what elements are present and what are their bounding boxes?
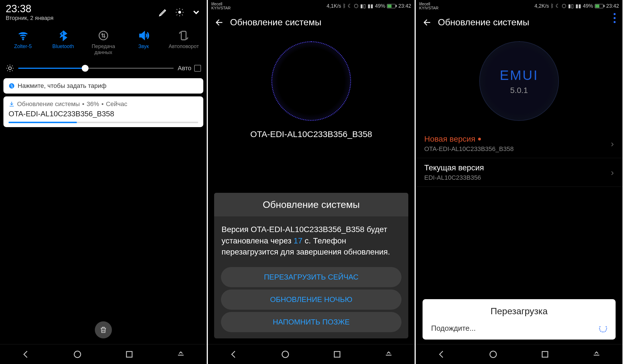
system-update-notification[interactable]: Обновление системы • 36% • Сейчас OTA-ED… [3, 96, 203, 127]
nav-bar [416, 344, 622, 364]
tariff-notice-card[interactable]: ⇅ Нажмите, чтобы задать тариф [3, 78, 203, 94]
emui-brand: EMUI [500, 67, 538, 83]
home-button[interactable] [280, 349, 290, 359]
emui-logo-ring: EMUI 5.0.1 [479, 41, 559, 121]
auto-brightness-toggle[interactable]: Авто [178, 65, 201, 72]
bluetooth-icon: ᛒ [551, 3, 554, 9]
signal-icon: ▮▯ [568, 3, 574, 9]
qs-label: Передача данных [83, 44, 123, 55]
qs-bluetooth[interactable]: Bluetooth [43, 30, 83, 55]
recents-button[interactable] [332, 349, 342, 359]
svg-point-2 [99, 31, 108, 40]
qs-sound[interactable]: Звук [124, 30, 163, 55]
qs-label: Zolter-5 [14, 44, 32, 49]
qs-wifi[interactable]: Zolter-5 [3, 30, 43, 55]
quick-settings-row: Zolter-5 Bluetooth Передача данных Звук … [0, 24, 207, 61]
home-button[interactable] [73, 349, 82, 359]
signal-icon: ▮▮ [368, 3, 373, 9]
svg-point-4 [9, 67, 11, 70]
new-version-row[interactable]: Новая версия OTA-EDI-AL10C233B356_B358 › [416, 129, 622, 158]
update-night-button[interactable]: ОБНОВЛЕНИЕ НОЧЬЮ [221, 289, 401, 310]
reboot-toast: Перезагрузка Подождите... [423, 299, 616, 340]
chevron-down-icon[interactable] [191, 7, 201, 17]
current-version-row[interactable]: Текущая версия EDI-AL10C233B356 › [416, 158, 622, 187]
qs-label: Звук [138, 44, 149, 49]
trash-icon [99, 326, 107, 334]
reboot-now-button[interactable]: ПЕРЕЗАГРУЗИТЬ СЕЙЧАС [221, 267, 401, 287]
battery-icon [387, 4, 397, 8]
emui-version: 5.0.1 [510, 86, 528, 95]
nav-bar [0, 344, 207, 364]
ota-version-line: OTA-EDI-AL10C233B356_B358 [208, 129, 415, 139]
back-arrow-icon[interactable] [215, 18, 224, 27]
qs-data[interactable]: Передача данных [83, 30, 123, 55]
notification-body: OTA-EDI-AL10C233B356_B358 [9, 109, 198, 118]
wifi-icon: ⬡ [354, 3, 358, 9]
nav-bar [208, 344, 415, 364]
svg-point-9 [282, 351, 289, 357]
svg-rect-10 [334, 351, 340, 357]
title-bar: Обновление системы [416, 12, 622, 33]
hide-nav-button[interactable] [592, 349, 601, 359]
brightness-slider-row: Авто [0, 61, 207, 75]
hide-nav-button[interactable] [384, 349, 394, 359]
back-button[interactable] [229, 349, 239, 359]
home-button[interactable] [488, 349, 498, 359]
rotate-icon [178, 30, 189, 41]
svg-point-1 [22, 39, 23, 40]
toast-body: Подождите... [431, 324, 476, 333]
back-button[interactable] [21, 349, 31, 359]
chevron-right-icon: › [611, 138, 614, 149]
qs-label: Bluetooth [52, 44, 74, 49]
remind-later-button[interactable]: НАПОМНИТЬ ПОЗЖЕ [221, 312, 401, 332]
status-header: 23:38 Вторник, 2 января [0, 0, 207, 24]
new-badge-dot [478, 138, 481, 140]
svg-point-7 [74, 351, 81, 357]
phone-screenshot-1: 23:38 Вторник, 2 января Zolter-5 Bluetoo… [0, 0, 207, 364]
clock-time: 23:38 [6, 3, 54, 15]
wifi-icon: ⬡ [562, 3, 566, 9]
back-button[interactable] [437, 349, 446, 359]
bluetooth-icon [58, 30, 69, 41]
chevron-right-icon: › [611, 167, 614, 178]
countdown-seconds: 17 [294, 236, 302, 245]
svg-rect-3 [181, 31, 186, 40]
signal-icon: ▮▯ [360, 3, 366, 9]
dialog-title: Обновление системы [214, 193, 408, 216]
download-icon [9, 101, 15, 107]
svg-text:⇅: ⇅ [10, 84, 13, 88]
page-title: Обновление системы [230, 17, 321, 28]
battery-icon [595, 4, 604, 8]
checkbox-icon [194, 65, 201, 72]
recents-button[interactable] [124, 349, 134, 359]
clear-notifications-button[interactable] [95, 321, 112, 338]
brightness-thumb[interactable] [82, 65, 89, 72]
bluetooth-icon: ᛒ [343, 3, 346, 9]
overflow-menu-button[interactable] [614, 13, 616, 23]
progress-ring: 100% Готово [271, 41, 351, 121]
toast-title: Перезагрузка [431, 306, 607, 317]
dialog-body: Версия OTA-EDI-AL10C233B356_B358 будет у… [214, 216, 408, 265]
svg-rect-8 [126, 351, 132, 357]
hide-nav-button[interactable] [176, 349, 186, 359]
sound-icon [138, 30, 149, 41]
info-icon: ⇅ [9, 83, 15, 89]
download-progress [9, 122, 198, 123]
spinner-icon [599, 324, 607, 332]
recents-button[interactable] [540, 349, 550, 359]
back-arrow-icon[interactable] [423, 18, 432, 27]
pencil-icon[interactable] [158, 7, 168, 17]
brightness-icon [6, 64, 14, 73]
notice-text: Нажмите, чтобы задать тариф [18, 82, 106, 90]
status-bar: lifecell KYIVSTAR 4,2K/s ᛒ ☾ ⬡ ▮▯ ▮▮ 49%… [416, 0, 622, 12]
phone-screenshot-2: lifecell KYIVSTAR 4,1K/s ᛒ ☾ ⬡ ▮▯ ▮▮ 49%… [208, 0, 415, 364]
phone-screenshot-3: lifecell KYIVSTAR 4,2K/s ᛒ ☾ ⬡ ▮▯ ▮▮ 49%… [416, 0, 622, 364]
data-icon [98, 30, 109, 41]
wifi-icon [17, 30, 29, 41]
brightness-slider[interactable] [18, 68, 174, 69]
gear-icon[interactable] [175, 7, 185, 17]
dnd-icon: ☾ [348, 3, 352, 9]
dnd-icon: ☾ [556, 3, 560, 9]
svg-point-11 [490, 351, 497, 357]
qs-rotate[interactable]: Автоповорот [164, 30, 204, 55]
